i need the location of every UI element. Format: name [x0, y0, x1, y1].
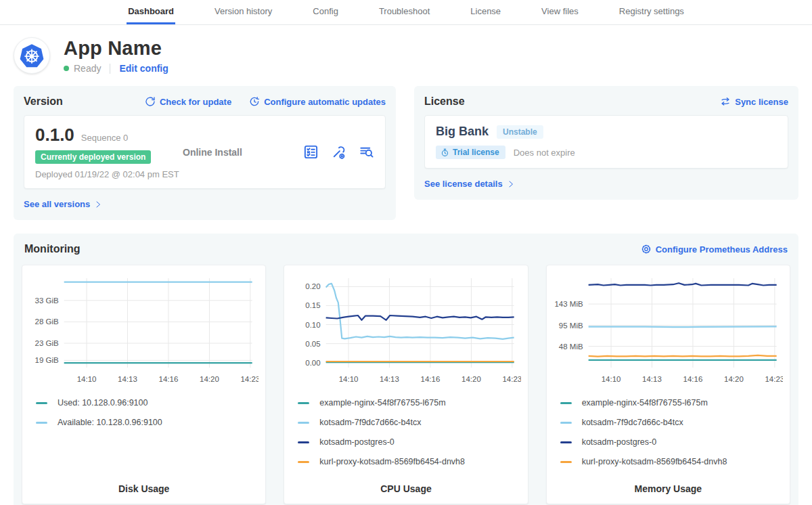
tab-view-files[interactable]: View files — [540, 0, 580, 24]
see-license-details-link[interactable]: See license details — [424, 179, 515, 189]
kubernetes-icon — [19, 43, 45, 68]
svg-text:23 GiB: 23 GiB — [35, 339, 58, 347]
svg-text:14:16: 14:16 — [683, 375, 702, 383]
svg-text:14:20: 14:20 — [724, 375, 744, 383]
app-logo — [14, 37, 50, 74]
checklist-icon — [303, 144, 319, 160]
svg-text:0.05: 0.05 — [306, 340, 321, 348]
license-card-title: License — [424, 95, 465, 108]
legend-item: kurl-proxy-kotsadm-8569fb6454-dnvh8 — [560, 457, 783, 466]
gear-icon — [641, 244, 652, 255]
disk-usage-legend: Used: 10.128.0.96:9100Available: 10.128.… — [36, 398, 258, 437]
svg-text:14:10: 14:10 — [77, 375, 97, 383]
svg-text:14:10: 14:10 — [601, 375, 621, 383]
stopwatch-icon — [441, 148, 449, 157]
disk-usage-chart-card: 33 GiB28 GiB23 GiB19 GiB14:1014:1314:161… — [22, 265, 266, 504]
legend-item: kotsadm-postgres-0 — [298, 437, 520, 447]
version-sequence: Sequence 0 — [81, 133, 128, 143]
legend-item: kotsadm-7f9dc7d66c-b4tcx — [298, 418, 520, 427]
chevron-right-icon — [507, 180, 515, 188]
legend-item: example-nginx-54f8f76755-l675m — [298, 398, 520, 408]
see-all-versions-link[interactable]: See all versions — [24, 199, 102, 209]
tab-troubleshoot[interactable]: Troubleshoot — [378, 0, 431, 24]
svg-text:143 MiB: 143 MiB — [554, 300, 583, 308]
disk-usage-chart: 33 GiB28 GiB23 GiB19 GiB14:1014:1314:161… — [29, 273, 258, 387]
tab-registry-settings[interactable]: Registry settings — [618, 0, 685, 24]
chevron-right-icon — [94, 200, 102, 208]
license-customer-name: Big Bank — [436, 125, 489, 139]
page-title: App Name — [64, 37, 168, 60]
svg-text:0.15: 0.15 — [306, 301, 321, 309]
refresh-icon — [145, 96, 156, 107]
license-expiry: Does not expire — [514, 148, 575, 158]
deployed-timestamp: Deployed 01/19/22 @ 02:04 pm EST — [35, 169, 183, 179]
tab-config[interactable]: Config — [311, 0, 340, 24]
configure-automatic-updates-link[interactable]: Configure automatic updates — [249, 96, 386, 107]
status-badge: Ready — [74, 63, 101, 74]
svg-text:0.10: 0.10 — [306, 321, 321, 329]
version-number: 0.1.0 — [35, 125, 74, 146]
cpu-usage-chart-card: 0.200.150.100.050.0014:1014:1314:1614:20… — [284, 265, 528, 504]
deployed-version-card: 0.1.0 Sequence 0 Currently deployed vers… — [24, 115, 386, 189]
top-navigation: Dashboard Version history Config Trouble… — [0, 0, 812, 25]
version-card: Version Check for update Configure autom… — [14, 86, 396, 220]
sync-icon — [720, 96, 731, 107]
svg-text:48 MiB: 48 MiB — [559, 343, 583, 351]
tab-license[interactable]: License — [469, 0, 502, 24]
memory-usage-chart: 143 MiB95 MiB48 MiB14:1014:1314:1614:201… — [554, 273, 783, 387]
svg-text:19 GiB: 19 GiB — [35, 356, 58, 364]
channel-badge: Unstable — [497, 125, 543, 139]
svg-text:14:23: 14:23 — [503, 375, 521, 383]
license-details-card: Big Bank Unstable Trial license Does not… — [424, 115, 788, 169]
memory-usage-legend: example-nginx-54f8f76755-l675mkotsadm-7f… — [560, 398, 783, 477]
sync-license-link[interactable]: Sync license — [720, 96, 788, 107]
divider — [110, 64, 110, 74]
svg-text:28 GiB: 28 GiB — [35, 317, 58, 326]
trial-license-badge: Trial license — [436, 146, 505, 159]
svg-text:14:20: 14:20 — [200, 375, 219, 383]
svg-text:14:20: 14:20 — [461, 375, 481, 383]
license-card: License Sync license Big Bank Unstable T… — [414, 86, 798, 200]
svg-text:14:13: 14:13 — [118, 375, 137, 383]
legend-item: kotsadm-postgres-0 — [560, 437, 783, 447]
legend-item: kurl-proxy-kotsadm-8569fb6454-dnvh8 — [298, 457, 520, 466]
memory-usage-chart-card: 143 MiB95 MiB48 MiB14:1014:1314:1614:201… — [546, 265, 790, 504]
edit-config-button[interactable] — [331, 144, 346, 160]
svg-text:14:16: 14:16 — [159, 375, 179, 383]
clock-refresh-icon — [249, 96, 260, 107]
edit-config-link[interactable]: Edit config — [119, 63, 168, 74]
legend-item: Available: 10.128.0.96:9100 — [36, 418, 258, 427]
chart-title: CPU Usage — [291, 477, 520, 494]
svg-text:0.20: 0.20 — [306, 282, 321, 290]
wrench-gear-icon — [331, 144, 346, 160]
svg-text:0.00: 0.00 — [306, 359, 321, 367]
svg-text:33 GiB: 33 GiB — [35, 297, 58, 305]
tab-dashboard[interactable]: Dashboard — [127, 0, 175, 24]
configure-prometheus-link[interactable]: Configure Prometheus Address — [641, 244, 788, 255]
version-card-title: Version — [24, 95, 63, 108]
svg-text:14:23: 14:23 — [765, 375, 783, 383]
cpu-usage-legend: example-nginx-54f8f76755-l675mkotsadm-7f… — [298, 398, 520, 477]
svg-text:95 MiB: 95 MiB — [559, 322, 583, 330]
view-logs-button[interactable] — [359, 144, 374, 160]
preflight-checks-button[interactable] — [303, 144, 319, 160]
currently-deployed-badge: Currently deployed version — [35, 150, 151, 164]
svg-text:14:16: 14:16 — [421, 375, 441, 383]
install-type-label: Online Install — [183, 147, 303, 158]
svg-text:14:13: 14:13 — [380, 375, 399, 383]
chart-title: Disk Usage — [29, 477, 258, 494]
tab-version-history[interactable]: Version history — [213, 0, 273, 24]
app-header: App Name Ready Edit config — [0, 25, 812, 79]
legend-item: Used: 10.128.0.96:9100 — [36, 398, 258, 408]
file-search-icon — [359, 144, 374, 160]
svg-text:14:23: 14:23 — [240, 375, 258, 383]
legend-item: kotsadm-7f9dc7d66c-b4tcx — [560, 418, 783, 427]
status-dot — [64, 66, 69, 71]
monitoring-title: Monitoring — [24, 243, 81, 255]
chart-title: Memory Usage — [554, 477, 783, 494]
check-for-update-link[interactable]: Check for update — [145, 96, 231, 107]
legend-item: example-nginx-54f8f76755-l675m — [560, 398, 783, 408]
svg-text:14:13: 14:13 — [642, 375, 662, 383]
monitoring-card: Monitoring Configure Prometheus Address … — [14, 234, 798, 505]
svg-text:14:10: 14:10 — [339, 375, 359, 383]
